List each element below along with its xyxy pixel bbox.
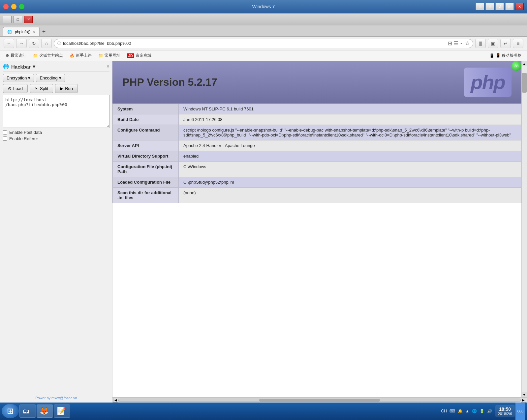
bookmark-common[interactable]: 📁 常用网址 (96, 52, 122, 59)
back-sidebar-btn[interactable]: ↩ (500, 39, 511, 48)
scroll-left-btn[interactable]: ◀ (113, 398, 118, 403)
hackbar-checkboxes: Enable Post data Enable Referer (3, 130, 109, 141)
enable-post-label[interactable]: Enable Post data (3, 130, 109, 135)
minimize-circle-btn[interactable] (11, 4, 16, 9)
table-key-cell: Virtual Directory Support (113, 151, 179, 162)
bookmark-jd[interactable]: JD 京东商城 (125, 52, 153, 59)
back-btn[interactable]: ← (4, 39, 14, 48)
bookmarks-bar: ⚙ 最常访问 📁 火狐官方站点 🔥 新手上路 📁 常用网址 JD 京东商城 📱 (0, 50, 527, 61)
table-key-cell: Loaded Configuration File (113, 177, 179, 188)
close-circle-btn[interactable] (3, 4, 9, 9)
split-btn[interactable]: ✂ Split (30, 84, 53, 93)
enable-referer-checkbox[interactable] (3, 136, 7, 141)
reader-btn[interactable]: ☰ (453, 40, 458, 46)
clock-time: 18:50 (498, 406, 512, 412)
toolbar-btn-3[interactable]: ↺ (495, 3, 504, 10)
tab-close-btn[interactable]: × (33, 30, 35, 34)
toolbar-btn-4[interactable]: ▷ (505, 3, 514, 10)
toolbar-btn-2[interactable]: ⊞ (485, 3, 494, 10)
taskbar-clock[interactable]: 18:50 2018/2/6 (495, 405, 515, 417)
hackbar-header: 🌐 Hackbar ▾ × (3, 64, 109, 72)
active-tab[interactable]: 🌐 phpinfo() × (3, 27, 40, 36)
more-btn[interactable]: ··· (459, 40, 464, 46)
toolbar-btn-1[interactable]: ⊟ (476, 3, 484, 10)
load-btn[interactable]: ⊙ Load (3, 84, 28, 93)
scroll-right-btn[interactable]: ▶ (521, 398, 526, 403)
ch-label: CH (441, 409, 447, 413)
win-close-btn[interactable]: ✕ (515, 3, 524, 10)
scroll-down-btn[interactable]: ▼ (522, 392, 527, 397)
bookmark-firefox[interactable]: 📁 火狐官方站点 (31, 52, 65, 59)
encryption-label: Encryption (7, 75, 27, 80)
table-row: Server APIApache 2.4 Handler - Apache Lo… (113, 140, 521, 151)
maximize-circle-btn[interactable] (19, 4, 24, 9)
table-row: Build DateJan 6 2011 17:26:08 (113, 114, 521, 125)
home-btn[interactable]: ⌂ (41, 39, 52, 48)
enable-post-text: Enable Post data (9, 130, 42, 135)
new-tab-btn[interactable]: + (40, 27, 48, 36)
taskbar-item-notepad[interactable]: 📝 (54, 405, 70, 418)
systray: CH ⌨ 🔔 ▲ 🌐 🔋 🔊 (439, 409, 495, 413)
address-bar[interactable]: ⓘ localhost/bao.php?file=bbb.php%00 ⊞ ☰ … (54, 39, 473, 48)
scroll-track[interactable] (522, 66, 527, 392)
expand-icon[interactable]: ▲ (465, 409, 469, 413)
browser-window: — □ ✕ 🌐 phpinfo() × + ← → ↻ ⌂ ⓘ localhos… (0, 13, 527, 420)
scrollbar-thumb[interactable] (259, 399, 380, 402)
load-label: Load (13, 86, 23, 91)
enable-post-checkbox[interactable] (3, 130, 7, 135)
sidebar-btn[interactable]: ▣ (488, 39, 498, 48)
taskbar-item-filemanager[interactable]: 🗂 (19, 405, 36, 418)
green-notification-badge: 38 (511, 61, 521, 71)
restore-btn[interactable]: □ (14, 16, 22, 23)
hackbar-footer[interactable]: Power by mxcx@fosec.vn (3, 393, 109, 400)
refresh-btn[interactable]: ↻ (29, 39, 39, 48)
forward-btn[interactable]: → (16, 39, 27, 48)
scroll-thumb[interactable] (522, 73, 527, 93)
table-value-cell: Jan 6 2011 17:26:08 (179, 114, 521, 125)
minimize-btn[interactable]: — (3, 16, 12, 23)
hackbar-chevron-icon[interactable]: ▾ (33, 64, 35, 70)
run-btn[interactable]: ▶ Run (55, 84, 78, 93)
bookmark-recent[interactable]: ⚙ 最常访问 (4, 52, 28, 59)
taskbar-item-firefox[interactable]: 🦊 (37, 405, 53, 418)
folder-icon: 📁 (33, 53, 38, 58)
footer-link-text: Power by mxcx@fosec.vn (35, 396, 77, 400)
hackbar-globe-icon: 🌐 (3, 64, 9, 70)
window-title: Windows 7 (252, 4, 275, 9)
bookmark-beginner[interactable]: 🔥 新手上路 (68, 52, 94, 59)
table-value-cell: Windows NT SLIP-PC 6.1 build 7601 (179, 104, 521, 114)
encryption-dropdown[interactable]: Encryption ▾ (3, 74, 34, 82)
start-button[interactable]: ⊞ (2, 404, 19, 418)
hackbar-close-btn[interactable]: × (107, 64, 109, 70)
bookmark-mobile[interactable]: 📱 📱 移动版书签 (487, 52, 523, 59)
browser-menu-btn[interactable]: ≡ (513, 39, 523, 48)
bookmark-star-btn[interactable]: ☆ (465, 40, 470, 46)
vertical-scrollbar[interactable]: ▲ ▼ (521, 61, 527, 397)
corner-show-desktop-btn[interactable]: 666 (515, 403, 525, 420)
hackbar-globe-icon: 🌐 (7, 30, 12, 34)
scroll-up-btn[interactable]: ▲ (522, 61, 527, 66)
scrollbar-track[interactable] (118, 399, 521, 402)
library-btn[interactable]: ||| (475, 39, 486, 48)
hackbar-panel: 🌐 Hackbar ▾ × Encryption ▾ Encoding ▾ (0, 61, 112, 403)
folder2-icon: 📁 (98, 53, 103, 58)
browser-close-btn[interactable]: ✕ (24, 16, 33, 23)
horizontal-scrollbar[interactable]: ◀ ▶ (112, 397, 527, 403)
table-key-cell: Scan this dir for additional .ini files (113, 188, 179, 203)
encoding-arrow-icon: ▾ (59, 75, 61, 80)
table-key-cell: Build Date (113, 114, 179, 125)
help-icon: 🔔 (458, 409, 463, 413)
qr-btn[interactable]: ⊞ (448, 40, 452, 46)
table-value-cell: Apache 2.4 Handler - Apache Lounge (179, 140, 521, 151)
hackbar-dropdown-row: Encryption ▾ Encoding ▾ (3, 74, 109, 82)
run-label: Run (65, 86, 73, 91)
battery-icon: 🔋 (480, 409, 484, 413)
tab-bar: 🌐 phpinfo() × + (0, 25, 527, 37)
encoding-dropdown[interactable]: Encoding ▾ (36, 74, 65, 82)
table-value-cell: C:\phpStudy\php52\php.ini (179, 177, 521, 188)
taskbar: ⊞ 🗂 🦊 📝 CH ⌨ 🔔 ▲ 🌐 🔋 🔊 18:50 (0, 403, 527, 420)
jd-icon: JD (127, 53, 134, 58)
table-value-cell: cscript /nologo configure.js "--enable-s… (179, 125, 521, 140)
hackbar-textarea[interactable]: http://localhost /bao.php?file=bbb.php%0… (3, 95, 109, 128)
enable-referer-label[interactable]: Enable Referer (3, 136, 109, 141)
